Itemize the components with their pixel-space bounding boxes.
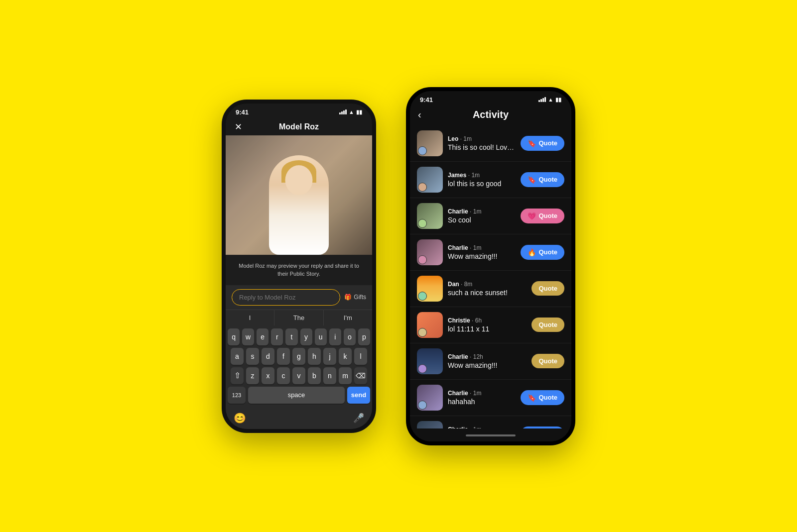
activity-text-7: Wow amazing!!! — [448, 361, 527, 369]
autocomplete-item-3[interactable]: I'm — [324, 310, 372, 325]
avatar-6 — [418, 328, 427, 337]
key-u[interactable]: u — [315, 328, 327, 345]
signal-icon-right — [538, 97, 546, 102]
key-y[interactable]: y — [300, 328, 312, 345]
key-row-4: 123 space send — [228, 387, 370, 404]
key-r[interactable]: r — [271, 328, 283, 345]
autocomplete-item-1[interactable]: I — [226, 310, 274, 325]
status-bar-right: 9:41 ▲ ▮▮ — [410, 91, 571, 106]
key-d[interactable]: d — [262, 348, 274, 365]
quote-label-4: Quote — [538, 248, 557, 256]
activity-item: Charlie · 1m :) 🔖 Quote — [410, 416, 571, 428]
space-key[interactable]: space — [248, 387, 345, 404]
activity-text-4: Wow amazing!!! — [448, 252, 516, 260]
avatar-4 — [418, 255, 427, 264]
activity-item: Charlie · 1m So cool 💗 Quote — [410, 198, 571, 234]
key-i[interactable]: i — [329, 328, 341, 345]
key-a[interactable]: a — [231, 348, 244, 365]
gift-icon: 🎁 — [344, 294, 352, 301]
key-m[interactable]: m — [339, 367, 352, 384]
activity-user-5: Dan — [448, 281, 459, 288]
wifi-icon-right: ▲ — [548, 97, 553, 103]
quote-label-2: Quote — [538, 176, 557, 183]
time-right: 9:41 — [420, 96, 433, 104]
quote-button-9[interactable]: 🔖 Quote — [521, 426, 564, 428]
back-button[interactable]: ‹ — [418, 109, 421, 120]
close-button[interactable]: ✕ — [235, 121, 242, 132]
quote-label-3: Quote — [538, 212, 557, 219]
emoji-icon[interactable]: 😊 — [234, 412, 246, 424]
quote-button-1[interactable]: 🔖 Quote — [521, 136, 564, 151]
gifts-label: Gifts — [354, 294, 366, 301]
backspace-key[interactable]: ⌫ — [354, 367, 367, 384]
status-icons-left: ▲ ▮▮ — [339, 109, 362, 115]
person-body — [269, 155, 329, 255]
key-k[interactable]: k — [339, 348, 352, 365]
key-x[interactable]: x — [262, 367, 274, 384]
gifts-button[interactable]: 🎁 Gifts — [344, 294, 366, 301]
activity-title: Activity — [473, 109, 509, 120]
key-f[interactable]: f — [277, 348, 290, 365]
quote-button-8[interactable]: 🔖 Quote — [521, 390, 564, 405]
activity-thumb-7 — [417, 348, 443, 374]
quote-label-7: Quote — [538, 357, 557, 365]
activity-content-7: Charlie · 12h Wow amazing!!! — [448, 353, 527, 369]
key-row-3: ⇧ z x c v b n m ⌫ — [228, 367, 370, 384]
key-p[interactable]: p — [358, 328, 370, 345]
activity-time-7: 12h — [473, 353, 483, 360]
activity-text-5: such a nice sunset! — [448, 289, 527, 297]
activity-time-1: 1m — [463, 135, 472, 142]
quote-label-1: Quote — [538, 139, 557, 147]
activity-content-8: Charlie · 1m hahahah — [448, 390, 516, 406]
keyboard: q w e r t y u i o p a s d f g h j k l ⇧ … — [226, 325, 372, 409]
mic-icon[interactable]: 🎤 — [353, 413, 364, 424]
activity-content-1: Leo · 1m This is so cool! Love it!!! — [448, 135, 516, 151]
activity-user-7: Charlie — [448, 353, 468, 360]
key-v[interactable]: v — [292, 367, 305, 384]
send-key[interactable]: send — [347, 387, 370, 404]
key-row-2: a s d f g h j k l — [228, 348, 370, 365]
story-title: Model Roz — [279, 122, 319, 131]
number-key[interactable]: 123 — [228, 387, 246, 404]
input-placeholder: Reply to Model Roz — [239, 294, 295, 301]
activity-time-8: 1m — [473, 390, 482, 397]
activity-text-2: lol this is so good — [448, 180, 516, 188]
key-s[interactable]: s — [246, 348, 259, 365]
quote-button-5[interactable]: Quote — [531, 281, 564, 296]
quote-button-2[interactable]: 🔖 Quote — [521, 172, 564, 187]
home-bar-right — [466, 434, 516, 436]
quote-button-4[interactable]: 🔥 Quote — [521, 245, 564, 260]
key-n[interactable]: n — [323, 367, 336, 384]
activity-meta-1: Leo · 1m — [448, 135, 516, 142]
key-h[interactable]: h — [308, 348, 321, 365]
key-t[interactable]: t — [285, 328, 297, 345]
activity-content-4: Charlie · 1m Wow amazing!!! — [448, 244, 516, 260]
activity-meta-7: Charlie · 12h — [448, 353, 527, 360]
key-l[interactable]: l — [354, 348, 367, 365]
activity-item: James · 1m lol this is so good 🔖 Quote — [410, 162, 571, 198]
activity-time-3: 1m — [473, 208, 482, 215]
key-c[interactable]: c — [277, 367, 290, 384]
key-o[interactable]: o — [344, 328, 356, 345]
autocomplete-item-2[interactable]: The — [274, 310, 323, 325]
activity-meta-5: Dan · 8m — [448, 281, 527, 288]
avatar-8 — [418, 401, 427, 410]
key-e[interactable]: e — [257, 328, 268, 345]
reply-input[interactable]: Reply to Model Roz — [232, 289, 340, 306]
quote-label-8: Quote — [538, 394, 557, 401]
activity-meta-3: Charlie · 1m — [448, 208, 516, 215]
activity-time-6: 6h — [475, 317, 482, 324]
key-q[interactable]: q — [228, 328, 240, 345]
key-z[interactable]: z — [246, 367, 259, 384]
shift-key[interactable]: ⇧ — [231, 367, 244, 384]
quote-button-3[interactable]: 💗 Quote — [521, 209, 564, 223]
quote-button-7[interactable]: Quote — [531, 354, 564, 368]
key-g[interactable]: g — [292, 348, 305, 365]
key-j[interactable]: j — [323, 348, 336, 365]
story-image — [226, 135, 372, 255]
key-b[interactable]: b — [308, 367, 321, 384]
activity-thumb-5 — [417, 276, 443, 302]
key-w[interactable]: w — [242, 328, 254, 345]
quote-button-6[interactable]: Quote — [531, 318, 564, 332]
activity-item: Leo · 1m This is so cool! Love it!!! 🔖 Q… — [410, 125, 571, 162]
